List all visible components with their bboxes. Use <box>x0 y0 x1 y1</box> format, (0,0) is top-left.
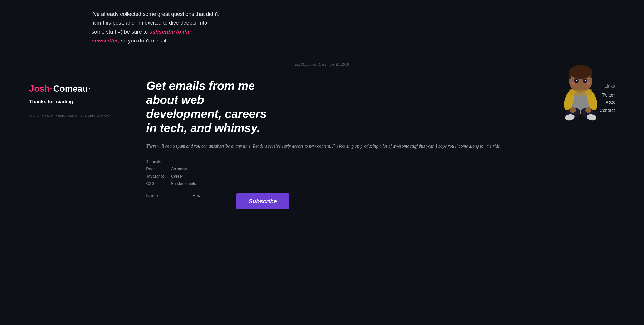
right-column: Links Twitter RSS Contact <box>542 74 615 214</box>
tutorials-col1: Tutorials React Javascript CSS <box>146 160 164 186</box>
tutorial-animation: Animation <box>171 167 196 171</box>
tutorial-career: Career <box>171 174 196 179</box>
logo: JoshwComeau∧ <box>29 84 127 94</box>
subscribe-button[interactable]: Subscribe <box>236 193 289 209</box>
svg-point-10 <box>571 81 575 85</box>
newsletter-heading-line1: Get emails from me <box>146 79 255 92</box>
tutorials-heading: Tutorials <box>146 160 164 164</box>
name-field: Name <box>146 193 185 209</box>
page-wrapper: I've already collected some great questi… <box>0 0 644 214</box>
last-updated-date: December 11, 2019 <box>318 62 349 66</box>
copyright: © 2020-present Joshua Comeau. All Rights… <box>29 114 127 118</box>
name-label: Name <box>146 193 185 198</box>
tutorial-fundamentals: Fundamentals <box>171 182 196 186</box>
newsletter-description: There will be no spam and you can unsubs… <box>146 143 522 150</box>
email-label: Email <box>192 193 232 198</box>
last-updated-label: Last Updated: <box>295 62 318 66</box>
last-updated-bar: Last Updated: December 11, 2019 <box>0 55 644 74</box>
logo-w-superscript: w <box>50 87 53 91</box>
email-input[interactable] <box>192 200 232 209</box>
tutorial-react: React <box>146 167 164 171</box>
tagline: Thanks for reading! <box>29 99 127 104</box>
main-lower: JoshwComeau∧ Thanks for reading! © 2020-… <box>0 74 644 214</box>
center-column: Get emails from me about web development… <box>136 74 532 214</box>
left-column: JoshwComeau∧ Thanks for reading! © 2020-… <box>29 74 127 214</box>
tutorial-javascript: Javascript <box>146 174 164 179</box>
newsletter-heading: Get emails from me about web development… <box>146 79 522 135</box>
logo-comeau: Comeau <box>53 84 88 94</box>
newsletter-heading-line3: development, careers <box>146 107 267 120</box>
tutorials-col2-heading <box>171 160 196 164</box>
tutorials-tags-row: Tutorials React Javascript CSS Animation… <box>146 160 522 186</box>
intro-text-part2: , so you don't miss it! <box>118 38 168 44</box>
logo-arch-superscript: ∧ <box>88 87 91 91</box>
svg-point-11 <box>586 81 590 85</box>
newsletter-heading-line2: about web <box>146 94 204 106</box>
name-input[interactable] <box>146 200 185 209</box>
subscribe-form: Name Email Subscribe <box>146 193 522 209</box>
newsletter-heading-line4: in tech, and whimsy. <box>146 122 260 134</box>
svg-point-9 <box>585 80 586 81</box>
top-content: I've already collected some great questi… <box>0 0 220 55</box>
logo-josh: Josh <box>29 84 50 94</box>
svg-point-18 <box>570 107 576 113</box>
tutorials-col2: Animation Career Fundamentals <box>171 160 196 186</box>
tutorial-css: CSS <box>146 182 164 186</box>
svg-point-8 <box>576 80 578 81</box>
intro-paragraph: I've already collected some great questi… <box>92 10 220 45</box>
email-field: Email <box>192 193 232 209</box>
svg-point-19 <box>586 107 591 113</box>
